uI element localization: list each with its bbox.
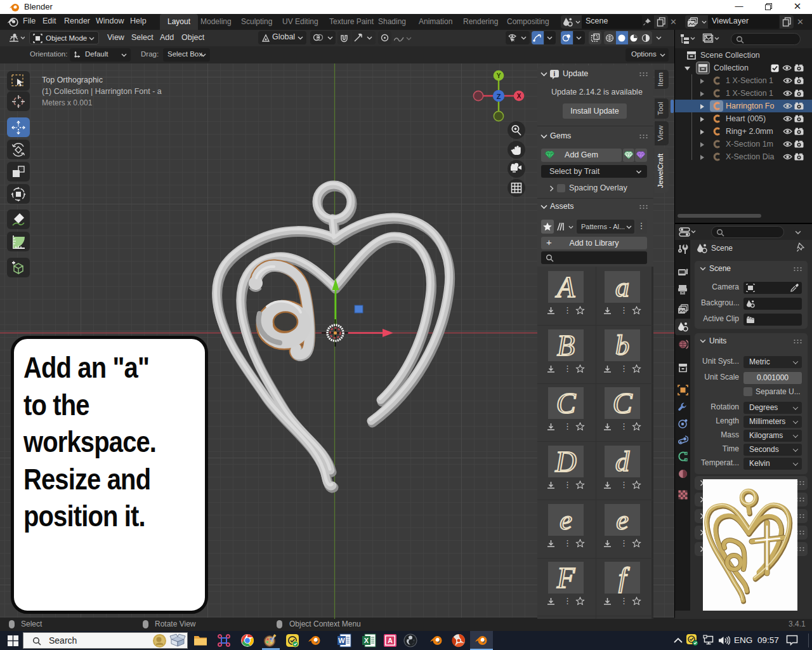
svg-text:Y: Y — [497, 72, 501, 79]
svg-text:X: X — [517, 93, 521, 100]
svg-text:W: W — [338, 637, 345, 644]
svg-text:i: i — [554, 70, 556, 77]
svg-text:X: X — [364, 637, 369, 644]
svg-text:A: A — [388, 637, 393, 644]
svg-text:Z: Z — [497, 93, 501, 100]
